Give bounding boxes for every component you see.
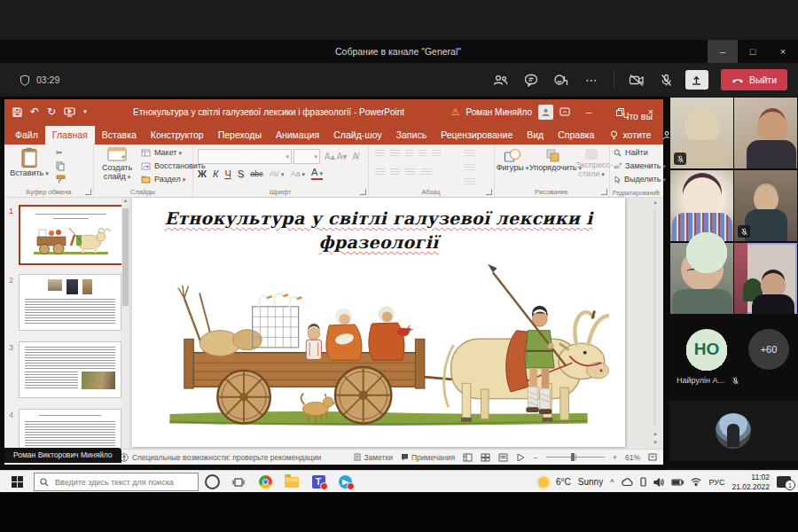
- clear-formatting-button[interactable]: А̸: [352, 152, 358, 161]
- comments-toggle[interactable]: Примечания: [401, 453, 455, 462]
- weather-temp[interactable]: 6°C: [556, 477, 571, 487]
- strikethrough-button[interactable]: abc: [250, 169, 263, 178]
- tab-transitions[interactable]: Переходы: [211, 126, 269, 145]
- close-button[interactable]: ×: [768, 40, 798, 63]
- accessibility-checker[interactable]: Специальные возможности: проверьте реком…: [120, 453, 321, 462]
- telegram-icon[interactable]: [332, 471, 358, 493]
- participant-initials-avatar[interactable]: НО: [686, 329, 727, 370]
- video-tile-1[interactable]: [670, 98, 733, 168]
- slide-thumbnail-4[interactable]: [19, 409, 121, 449]
- battery-icon[interactable]: [671, 479, 684, 486]
- font-color-button[interactable]: А: [311, 168, 323, 180]
- section-button[interactable]: Раздел: [141, 175, 185, 184]
- layout-button[interactable]: Макет: [141, 148, 182, 157]
- font-dialog-launcher[interactable]: [360, 189, 366, 195]
- cut-button[interactable]: ✂: [56, 148, 63, 157]
- fit-slide-button[interactable]: [648, 453, 657, 461]
- normal-view-button[interactable]: [463, 453, 473, 462]
- chat-icon[interactable]: [520, 69, 543, 90]
- paragraph-dialog-launcher[interactable]: [486, 189, 492, 195]
- quick-styles-button[interactable]: Экспресс- стили: [575, 148, 607, 178]
- video-tile-photo-avatar[interactable]: [669, 401, 798, 461]
- find-button[interactable]: Найти: [614, 148, 648, 157]
- align-left-icon[interactable]: [375, 168, 385, 176]
- paste-button[interactable]: Вставить: [10, 147, 49, 177]
- redo-icon[interactable]: ↻: [47, 106, 56, 118]
- tab-animations[interactable]: Анимация: [269, 126, 326, 145]
- indent-increase-icon[interactable]: [419, 150, 426, 157]
- maximize-button[interactable]: □: [738, 40, 768, 63]
- grow-font-button[interactable]: А▴: [325, 152, 335, 161]
- overflow-participants-badge[interactable]: +60: [748, 329, 789, 370]
- slideshow-view-button[interactable]: [516, 453, 526, 462]
- tab-design[interactable]: Конструктор: [144, 126, 211, 145]
- zoom-out-button[interactable]: −: [534, 453, 538, 462]
- start-slideshow-icon[interactable]: [64, 107, 75, 117]
- drawing-dialog-launcher[interactable]: [601, 189, 607, 195]
- reactions-icon[interactable]: [550, 69, 573, 90]
- reading-view-button[interactable]: [498, 453, 508, 462]
- tray-expand-icon[interactable]: ^: [610, 478, 614, 487]
- onedrive-icon[interactable]: [621, 478, 633, 487]
- account-avatar[interactable]: [538, 105, 553, 120]
- zoom-in-button[interactable]: +: [613, 453, 617, 462]
- shrink-font-button[interactable]: А▾: [337, 152, 348, 161]
- arrange-button[interactable]: Упорядочить: [529, 148, 577, 172]
- weather-condition[interactable]: Sunny: [578, 477, 603, 487]
- text-direction-icon[interactable]: [464, 150, 475, 158]
- more-options-icon[interactable]: ⋯: [580, 69, 603, 90]
- taskbar-search[interactable]: [34, 473, 199, 491]
- cortana-button[interactable]: [199, 471, 225, 493]
- slide-scrollbar[interactable]: ▲ ▲ ▼: [650, 198, 661, 449]
- minimize-button[interactable]: –: [708, 40, 738, 63]
- replace-button[interactable]: ab Заменить: [614, 161, 666, 170]
- mic-off-icon[interactable]: [655, 69, 678, 90]
- undo-icon[interactable]: ↶: [30, 106, 39, 118]
- chrome-icon[interactable]: [252, 471, 278, 493]
- thumbnail-scrollbar[interactable]: ▲: [121, 198, 129, 449]
- search-input[interactable]: [53, 477, 181, 488]
- columns-icon[interactable]: [420, 168, 432, 176]
- wifi-icon[interactable]: [691, 478, 701, 486]
- tab-file[interactable]: Файл: [8, 126, 45, 145]
- slide-thumbnail-2[interactable]: [19, 274, 121, 331]
- select-button[interactable]: Выделить: [614, 175, 666, 184]
- tab-view[interactable]: Вид: [520, 126, 551, 145]
- phone-link-icon[interactable]: [640, 477, 646, 487]
- notification-center-icon[interactable]: 1: [777, 476, 791, 488]
- align-text-icon[interactable]: [464, 164, 475, 172]
- file-explorer-icon[interactable]: [278, 471, 305, 493]
- slide-thumbnail-1[interactable]: [19, 205, 123, 265]
- collapse-ribbon-icon[interactable]: ^: [655, 188, 659, 196]
- zoom-level[interactable]: 61%: [625, 453, 640, 462]
- start-button[interactable]: [0, 471, 34, 493]
- leave-button[interactable]: Выйти: [721, 69, 787, 90]
- format-painter-button[interactable]: [56, 175, 66, 184]
- camera-off-icon[interactable]: [625, 69, 648, 90]
- align-right-icon[interactable]: [405, 168, 415, 176]
- tab-review[interactable]: Рецензирование: [434, 126, 520, 145]
- italic-button[interactable]: К: [213, 168, 218, 179]
- notes-toggle[interactable]: Заметки: [354, 453, 393, 462]
- smartart-icon[interactable]: [464, 178, 475, 186]
- shapes-button[interactable]: Фигуры: [496, 148, 529, 172]
- clipboard-dialog-launcher[interactable]: [85, 189, 91, 195]
- slide-thumbnail-3[interactable]: [19, 341, 121, 398]
- clock[interactable]: 11:02 21.02.2022: [732, 473, 770, 491]
- tab-insert[interactable]: Вставка: [95, 126, 144, 145]
- ribbon-display-options-icon[interactable]: [559, 107, 570, 116]
- bullets-icon[interactable]: [375, 150, 385, 157]
- slide-sorter-view-button[interactable]: [481, 453, 490, 462]
- line-spacing-icon[interactable]: [432, 150, 441, 157]
- teams-app-icon[interactable]: T: [305, 471, 332, 493]
- tab-help[interactable]: Справка: [551, 126, 601, 145]
- save-icon[interactable]: [12, 107, 22, 117]
- shadow-button[interactable]: S: [238, 168, 244, 179]
- ppt-minimize-button[interactable]: –: [576, 99, 601, 124]
- indent-decrease-icon[interactable]: [405, 150, 413, 157]
- task-view-button[interactable]: [225, 471, 252, 493]
- underline-button[interactable]: Ч: [224, 168, 231, 179]
- speaker-icon[interactable]: [653, 478, 664, 487]
- change-case-button[interactable]: Aa: [291, 169, 306, 178]
- bold-button[interactable]: Ж: [198, 168, 207, 179]
